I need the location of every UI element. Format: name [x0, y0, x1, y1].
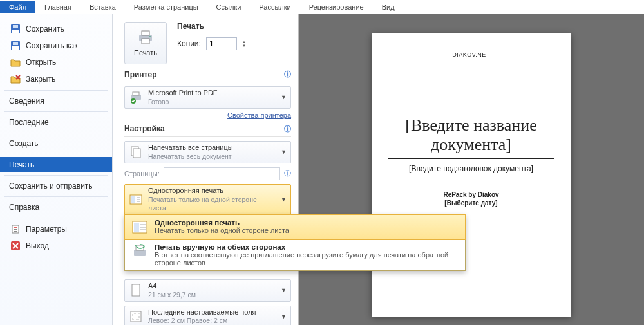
file-save-send-label: Сохранить и отправить: [9, 181, 93, 190]
file-recent-label: Последние: [9, 118, 49, 127]
print-button-label: Печать: [134, 49, 157, 57]
margins-main: Последние настраиваемые поля: [148, 308, 273, 317]
printer-name: Microsoft Print to PDF: [148, 89, 273, 98]
exit-icon: [10, 241, 21, 251]
ribbon-tabs: Файл Главная Вставка Разметка страницы С…: [0, 0, 644, 14]
duplex-main: Односторонняя печать: [148, 187, 273, 196]
file-save-send[interactable]: Сохранить и отправить: [0, 178, 112, 194]
print-preview: DIAKOV.NET [Введите название документа] …: [298, 14, 644, 325]
opt1-title: Односторонняя печать: [155, 219, 289, 227]
svg-rect-10: [14, 229, 17, 230]
file-info[interactable]: Сведения: [0, 93, 112, 109]
svg-rect-1: [12, 30, 19, 33]
file-new-label: Создать: [9, 139, 39, 148]
print-button[interactable]: Печать: [124, 22, 167, 64]
close-icon: [10, 74, 21, 84]
paper-icon: [129, 283, 143, 297]
file-save-label: Сохранить: [26, 24, 64, 33]
svg-rect-29: [132, 284, 140, 296]
tab-home[interactable]: Главная: [35, 1, 80, 13]
file-recent[interactable]: Последние: [0, 115, 112, 130]
chevron-down-icon: ▼: [281, 94, 287, 100]
svg-rect-9: [14, 227, 17, 228]
opt2-title: Печать вручную на обеих сторонах: [155, 243, 459, 251]
paper-sub: 21 см x 29,7 см: [148, 291, 273, 299]
svg-point-18: [149, 36, 151, 37]
preview-page: DIAKOV.NET [Введите название документа] …: [372, 33, 571, 317]
copies-input[interactable]: [206, 37, 237, 50]
svg-rect-4: [12, 46, 19, 50]
file-exit-label: Выход: [26, 241, 49, 250]
file-print[interactable]: Печать: [0, 157, 112, 172]
file-new[interactable]: Создать: [0, 136, 112, 151]
chevron-down-icon: ▼: [281, 196, 287, 203]
pages-input[interactable]: [164, 167, 280, 180]
manual-duplex-icon: [131, 243, 148, 260]
paper-dropdown[interactable]: A4 21 см x 29,7 см ▼: [124, 279, 291, 302]
file-options-label: Параметры: [26, 225, 67, 234]
printer-properties-link[interactable]: Свойства принтера: [227, 111, 291, 119]
settings-section-title: Настройка ⓘ: [124, 124, 291, 137]
printer-dropdown[interactable]: Microsoft Print to PDF Готово ▼: [124, 86, 291, 109]
tab-references[interactable]: Ссылки: [207, 1, 251, 13]
svg-rect-33: [134, 223, 139, 232]
spinner-icon[interactable]: ▲▼: [242, 40, 246, 48]
tab-page-layout[interactable]: Разметка страницы: [125, 1, 207, 13]
file-exit[interactable]: Выход: [0, 237, 112, 254]
info-icon[interactable]: ⓘ: [284, 124, 291, 134]
options-icon: [10, 224, 21, 234]
margins-dropdown[interactable]: Последние настраиваемые поля Левое: 2 см…: [124, 306, 291, 325]
save-as-icon: [10, 41, 21, 51]
svg-rect-25: [131, 196, 135, 203]
paper-main: A4: [148, 282, 273, 291]
info-icon[interactable]: ⓘ: [284, 70, 291, 79]
svg-rect-11: [14, 231, 17, 232]
preview-footer1: RePack by Diakov: [388, 191, 554, 198]
file-print-label: Печать: [9, 160, 34, 169]
svg-rect-30: [131, 311, 141, 322]
open-icon: [10, 57, 21, 68]
preview-footer2: [Выберите дату]: [388, 200, 554, 207]
tab-insert[interactable]: Вставка: [80, 1, 125, 13]
info-icon[interactable]: ⓘ: [284, 169, 291, 178]
margins-sub: Левое: 2 см Правое: 2 см: [148, 317, 273, 325]
preview-title: [Введите название документа]: [388, 116, 554, 154]
pages-icon: [129, 145, 143, 159]
file-menu: Сохранить Сохранить как Открыть Закрыть …: [0, 14, 113, 325]
copies-label: Копии:: [177, 39, 201, 48]
duplex-option-manual[interactable]: Печать вручную на обеих сторонах В ответ…: [125, 239, 465, 270]
print-scope-dropdown[interactable]: Напечатать все страницы Напечатать весь …: [124, 141, 291, 163]
duplex-dropdown[interactable]: Односторонняя печать Печатать только на …: [124, 184, 291, 215]
file-options[interactable]: Параметры: [0, 221, 112, 237]
chevron-down-icon: ▼: [281, 313, 287, 320]
tab-view[interactable]: Вид: [373, 1, 404, 13]
file-close-label: Закрыть: [26, 75, 55, 84]
svg-rect-23: [133, 149, 140, 158]
tab-mailings[interactable]: Рассылки: [250, 1, 299, 13]
printer-status-icon: [129, 90, 143, 104]
chevron-down-icon: ▼: [281, 287, 287, 293]
preview-subtitle: [Введите подзаголовок документа]: [388, 164, 554, 173]
printer-status: Готово: [148, 98, 273, 106]
duplex-option-single[interactable]: Односторонняя печать Печатать только на …: [124, 214, 466, 240]
single-side-icon: [131, 219, 148, 236]
file-help-label: Справка: [9, 203, 39, 212]
svg-rect-20: [133, 92, 139, 95]
opt2-sub: В ответ на соответствующее приглашение п…: [155, 251, 448, 266]
file-save-as-label: Сохранить как: [26, 41, 77, 50]
margins-icon: [129, 310, 143, 324]
tab-review[interactable]: Рецензирование: [300, 1, 373, 13]
scope-main: Напечатать все страницы: [148, 144, 273, 153]
file-save-as[interactable]: Сохранить как: [0, 37, 112, 54]
file-help[interactable]: Справка: [0, 200, 112, 215]
file-save[interactable]: Сохранить: [0, 21, 112, 37]
file-close[interactable]: Закрыть: [0, 71, 112, 88]
printer-icon: [137, 30, 155, 46]
file-open[interactable]: Открыть: [0, 54, 112, 71]
svg-rect-5: [13, 42, 18, 45]
tab-file[interactable]: Файл: [0, 1, 35, 13]
print-section-title: Печать: [177, 22, 246, 31]
svg-rect-16: [142, 31, 149, 35]
preview-header: DIAKOV.NET: [388, 51, 554, 58]
single-side-icon: [129, 192, 143, 207]
